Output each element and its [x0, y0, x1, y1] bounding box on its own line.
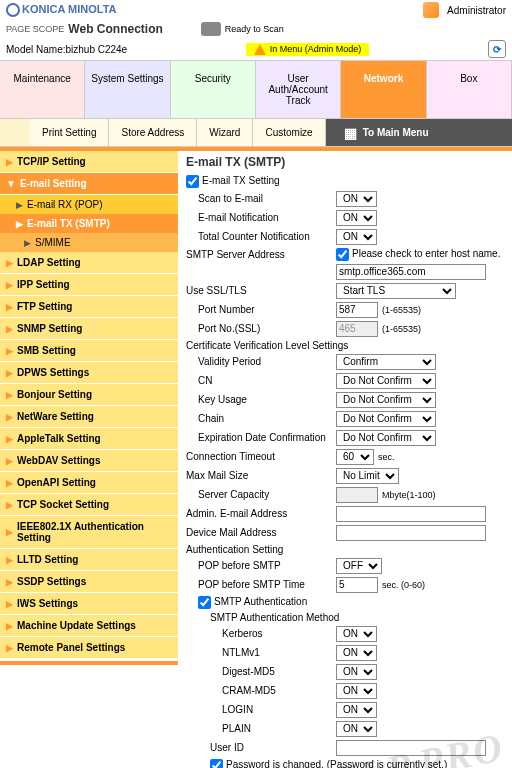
sidebar-machine-update[interactable]: ▶Machine Update Settings — [0, 615, 178, 637]
chain-select[interactable]: Do Not Confirm — [336, 411, 436, 427]
webconn-label: Web Connection — [68, 22, 162, 36]
tx-setting-checkbox[interactable] — [186, 175, 199, 188]
smtp-auth-checkbox[interactable] — [198, 596, 211, 609]
mode-banner: In Menu (Admin Mode) — [246, 43, 370, 56]
admin-icon — [423, 2, 439, 18]
sidebar-ipp[interactable]: ▶IPP Setting — [0, 274, 178, 296]
scanner-icon — [201, 22, 221, 36]
cn-select[interactable]: Do Not Confirm — [336, 373, 436, 389]
sidebar-netware[interactable]: ▶NetWare Setting — [0, 406, 178, 428]
sidebar-email[interactable]: ▼E-mail Setting — [0, 173, 178, 195]
timeout-select[interactable]: 60 — [336, 449, 374, 465]
sidebar-webdav[interactable]: ▶WebDAV Settings — [0, 450, 178, 472]
userid-input[interactable] — [336, 740, 486, 756]
pop-time-input[interactable] — [336, 577, 378, 593]
smtp-host-input[interactable] — [336, 264, 486, 280]
sidebar-ftp[interactable]: ▶FTP Setting — [0, 296, 178, 318]
tab-box[interactable]: Box — [427, 61, 512, 118]
sidebar-tcpip[interactable]: ▶TCP/IP Setting — [0, 151, 178, 173]
subtab-print[interactable]: Print Setting — [30, 119, 109, 146]
sidebar-ldap[interactable]: ▶LDAP Setting — [0, 252, 178, 274]
kerberos-select[interactable]: ON — [336, 626, 377, 642]
sidebar-tcpsocket[interactable]: ▶TCP Socket Setting — [0, 494, 178, 516]
subtab-wizard[interactable]: Wizard — [197, 119, 253, 146]
sidebar-snmp[interactable]: ▶SNMP Setting — [0, 318, 178, 340]
hostname-checkbox[interactable] — [336, 248, 349, 261]
ntlm-select[interactable]: ON — [336, 645, 377, 661]
cram-select[interactable]: ON — [336, 683, 377, 699]
plain-select[interactable]: ON — [336, 721, 377, 737]
ssl-select[interactable]: Start TLS — [336, 283, 456, 299]
sidebar-smb[interactable]: ▶SMB Setting — [0, 340, 178, 362]
validity-select[interactable]: Confirm — [336, 354, 436, 370]
port-ssl-input[interactable] — [336, 321, 378, 337]
tab-network[interactable]: Network — [341, 61, 426, 118]
model-label: Model Name: — [6, 44, 65, 55]
port-input[interactable] — [336, 302, 378, 318]
pop-smtp-select[interactable]: OFF — [336, 558, 382, 574]
login-select[interactable]: ON — [336, 702, 377, 718]
admin-label: Administrator — [447, 5, 506, 16]
sidebar-iws[interactable]: ▶IWS Settings — [0, 593, 178, 615]
warning-icon — [254, 44, 266, 55]
sidebar-ieee8021x[interactable]: ▶IEEE802.1X Authentication Setting — [0, 516, 178, 549]
scan-to-email-select[interactable]: ON — [336, 191, 377, 207]
maxmail-select[interactable]: No Limit — [336, 468, 399, 484]
tab-system[interactable]: System Settings — [85, 61, 170, 118]
subtab-store[interactable]: Store Address — [109, 119, 197, 146]
model-value: bizhub C224e — [65, 44, 127, 55]
sidebar-lltd[interactable]: ▶LLTD Setting — [0, 549, 178, 571]
device-email-input[interactable] — [336, 525, 486, 541]
brand: KONICA MINOLTA — [22, 3, 117, 15]
server-capacity-input[interactable] — [336, 487, 378, 503]
ready-label: Ready to Scan — [225, 24, 284, 34]
subtab-customize[interactable]: Customize — [253, 119, 325, 146]
sidebar-ssdp[interactable]: ▶SSDP Settings — [0, 571, 178, 593]
sidebar-smime[interactable]: ▶S/MIME — [0, 233, 178, 252]
sidebar-appletalk[interactable]: ▶AppleTalk Setting — [0, 428, 178, 450]
sidebar-bonjour[interactable]: ▶Bonjour Setting — [0, 384, 178, 406]
sidebar-dpws[interactable]: ▶DPWS Settings — [0, 362, 178, 384]
exp-select[interactable]: Do Not Confirm — [336, 430, 436, 446]
sidebar-email-tx[interactable]: ▶E-mail TX (SMTP) — [0, 214, 178, 233]
email-notif-select[interactable]: ON — [336, 210, 377, 226]
sidebar-remote-panel[interactable]: ▶Remote Panel Settings — [0, 637, 178, 659]
tab-security[interactable]: Security — [171, 61, 256, 118]
sidebar-email-rx[interactable]: ▶E-mail RX (POP) — [0, 195, 178, 214]
pwd-changed-checkbox[interactable] — [210, 759, 223, 769]
admin-email-input[interactable] — [336, 506, 486, 522]
sidebar-openapi[interactable]: ▶OpenAPI Setting — [0, 472, 178, 494]
pagescope-label: PAGE SCOPE — [6, 24, 64, 34]
tab-user-auth[interactable]: User Auth/Account Track — [256, 61, 341, 118]
digest-select[interactable]: ON — [336, 664, 377, 680]
total-counter-select[interactable]: ON — [336, 229, 377, 245]
tab-maintenance[interactable]: Maintenance — [0, 61, 85, 118]
to-main-menu[interactable]: ▦To Main Menu — [326, 119, 512, 146]
refresh-button[interactable]: ⟳ — [488, 40, 506, 58]
key-usage-select[interactable]: Do Not Confirm — [336, 392, 436, 408]
page-title: E-mail TX (SMTP) — [186, 155, 504, 169]
